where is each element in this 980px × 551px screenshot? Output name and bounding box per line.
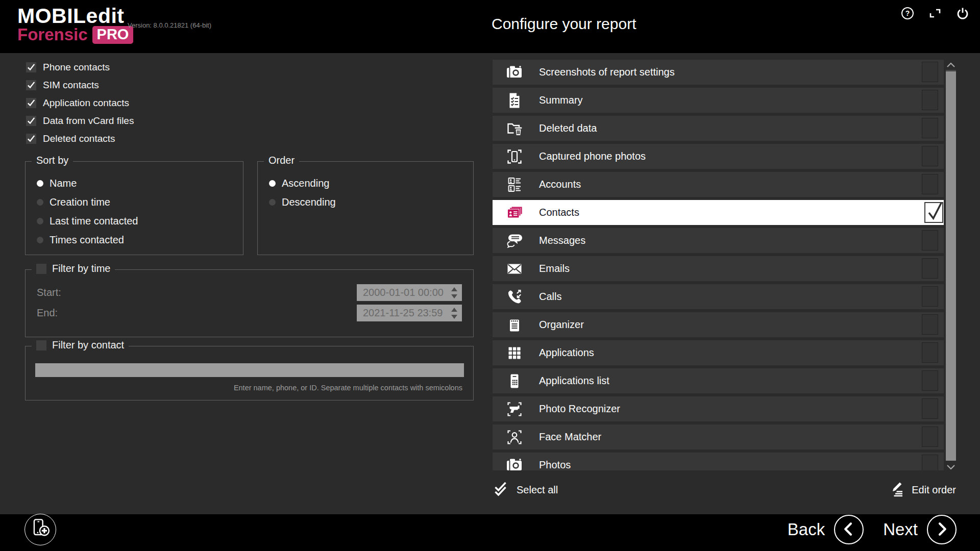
report-row-calls[interactable]: Calls bbox=[493, 284, 944, 309]
report-row-captured-phone-photos[interactable]: Captured phone photos bbox=[493, 144, 944, 169]
sort-by-group: Sort by NameCreation timeLast time conta… bbox=[25, 161, 243, 255]
order-legend: Order bbox=[264, 155, 299, 166]
report-row-photo-recognizer[interactable]: Photo Recognizer bbox=[493, 396, 944, 421]
content-checkbox-data-from-vcard-files[interactable]: Data from vCard files bbox=[26, 115, 134, 127]
camera-icon bbox=[504, 62, 525, 83]
contacts-icon bbox=[504, 203, 525, 223]
organizer-icon bbox=[504, 315, 525, 335]
add-phone-icon bbox=[27, 515, 54, 544]
report-row-screenshots-of-report-settings[interactable]: Screenshots of report settings bbox=[493, 60, 944, 85]
spinner-up-icon[interactable] bbox=[451, 308, 457, 312]
report-row-photos[interactable]: Photos bbox=[493, 453, 944, 470]
filter-by-time-legend: Filter by time bbox=[32, 263, 115, 274]
resize-window-icon[interactable] bbox=[928, 6, 942, 20]
report-row-summary[interactable]: Summary bbox=[493, 88, 944, 113]
checkbox-icon[interactable] bbox=[26, 80, 36, 90]
sort-by-radio-name[interactable]: Name bbox=[37, 177, 243, 189]
report-row-deleted-data[interactable]: Deleted data bbox=[493, 116, 944, 141]
scrollbar-down-icon[interactable] bbox=[946, 463, 956, 470]
select-all-button[interactable]: Select all bbox=[493, 481, 558, 499]
report-row-applications[interactable]: Applications bbox=[493, 340, 944, 365]
spinner-down-icon[interactable] bbox=[451, 294, 457, 298]
spinner-up-icon[interactable] bbox=[451, 287, 457, 291]
report-row-checkbox[interactable] bbox=[922, 146, 938, 166]
order-radio-descending[interactable]: Descending bbox=[269, 196, 473, 208]
checkbox-icon[interactable] bbox=[26, 98, 36, 108]
sort-by-radio-creation-time[interactable]: Creation time bbox=[37, 196, 243, 208]
content-checkbox-application-contacts[interactable]: Application contacts bbox=[26, 97, 134, 109]
report-row-checkbox[interactable] bbox=[922, 258, 938, 279]
spinner-control[interactable] bbox=[447, 284, 462, 301]
contact-filter-input[interactable] bbox=[35, 363, 464, 377]
report-row-checkbox[interactable] bbox=[922, 314, 938, 335]
next-label: Next bbox=[883, 520, 918, 539]
radio-dot-icon[interactable] bbox=[37, 237, 43, 243]
scrollbar-thumb[interactable] bbox=[946, 71, 956, 461]
report-row-checkbox[interactable] bbox=[922, 90, 938, 110]
filter-by-contact-checkbox[interactable] bbox=[36, 340, 46, 350]
radio-label: Name bbox=[50, 178, 77, 189]
report-row-contacts[interactable]: Contacts bbox=[493, 200, 944, 225]
time-fields: Start:2000-01-01 00:00End:2021-11-25 23:… bbox=[26, 284, 473, 321]
radio-label: Last time contacted bbox=[50, 215, 138, 227]
time-field-label: End: bbox=[37, 307, 58, 319]
report-row-accounts[interactable]: Accounts bbox=[493, 172, 944, 197]
report-row-label: Emails bbox=[539, 263, 570, 274]
sort-by-radio-times-contacted[interactable]: Times contacted bbox=[37, 234, 243, 246]
checkbox-icon[interactable] bbox=[26, 134, 36, 144]
back-label: Back bbox=[788, 520, 825, 539]
app-logo: MOBILedit Forensic PRO bbox=[17, 4, 133, 44]
report-row-applications-list[interactable]: Applications list bbox=[493, 368, 944, 393]
spinner-down-icon[interactable] bbox=[451, 315, 457, 319]
content-checkbox-phone-contacts[interactable]: Phone contacts bbox=[26, 61, 134, 73]
scrollbar-up-icon[interactable] bbox=[946, 61, 956, 68]
summary-icon bbox=[504, 90, 525, 111]
report-row-checkbox[interactable] bbox=[922, 118, 938, 138]
add-phone-button[interactable] bbox=[24, 514, 56, 545]
radio-dot-icon[interactable] bbox=[269, 199, 276, 206]
edit-order-icon bbox=[888, 481, 904, 499]
sort-by-legend: Sort by bbox=[32, 155, 73, 166]
sort-by-radio-last-time-contacted[interactable]: Last time contacted bbox=[37, 215, 243, 227]
report-row-organizer[interactable]: Organizer bbox=[493, 312, 944, 337]
checkbox-label: Data from vCard files bbox=[43, 115, 134, 127]
report-row-checkbox[interactable] bbox=[924, 202, 943, 223]
spinner-control[interactable] bbox=[447, 305, 462, 321]
datetime-input[interactable]: 2000-01-01 00:00 bbox=[357, 284, 462, 301]
report-row-label: Organizer bbox=[539, 319, 584, 331]
report-row-checkbox[interactable] bbox=[922, 174, 938, 194]
radio-dot-icon[interactable] bbox=[269, 180, 276, 187]
power-icon[interactable] bbox=[955, 6, 970, 20]
report-row-checkbox[interactable] bbox=[922, 342, 938, 363]
report-row-label: Photo Recognizer bbox=[539, 403, 620, 415]
radio-dot-icon[interactable] bbox=[37, 199, 43, 206]
back-button[interactable] bbox=[834, 515, 864, 544]
content-checkbox-sim-contacts[interactable]: SIM contacts bbox=[26, 79, 134, 91]
report-row-checkbox[interactable] bbox=[922, 455, 938, 470]
report-row-label: Deleted data bbox=[539, 122, 597, 134]
checkbox-icon[interactable] bbox=[26, 62, 36, 72]
report-row-checkbox[interactable] bbox=[922, 286, 938, 307]
radio-dot-icon[interactable] bbox=[37, 218, 43, 224]
report-row-label: Accounts bbox=[539, 179, 581, 190]
report-row-checkbox[interactable] bbox=[922, 370, 938, 391]
version-text: Version: 8.0.0.21821 (64-bit) bbox=[128, 21, 211, 29]
checkbox-icon[interactable] bbox=[26, 116, 36, 126]
next-button[interactable] bbox=[927, 515, 957, 544]
edit-order-button[interactable]: Edit order bbox=[888, 481, 956, 499]
datetime-input[interactable]: 2021-11-25 23:59 bbox=[357, 305, 462, 321]
content-checkbox-deleted-contacts[interactable]: Deleted contacts bbox=[26, 133, 134, 145]
filter-by-time-checkbox[interactable] bbox=[36, 264, 46, 274]
report-row-checkbox[interactable] bbox=[922, 427, 938, 447]
time-field-label: Start: bbox=[37, 287, 61, 298]
report-row-checkbox[interactable] bbox=[922, 398, 938, 419]
report-row-face-matcher[interactable]: Face Matcher bbox=[493, 424, 944, 449]
report-row-emails[interactable]: Emails bbox=[493, 256, 944, 281]
help-icon[interactable]: ? bbox=[900, 6, 915, 20]
radio-dot-icon[interactable] bbox=[37, 180, 43, 187]
report-row-checkbox[interactable] bbox=[922, 230, 938, 251]
report-list-scrollbar[interactable] bbox=[946, 60, 956, 470]
order-radio-ascending[interactable]: Ascending bbox=[269, 177, 473, 189]
report-row-checkbox[interactable] bbox=[922, 62, 938, 82]
report-row-messages[interactable]: Messages bbox=[493, 228, 944, 253]
